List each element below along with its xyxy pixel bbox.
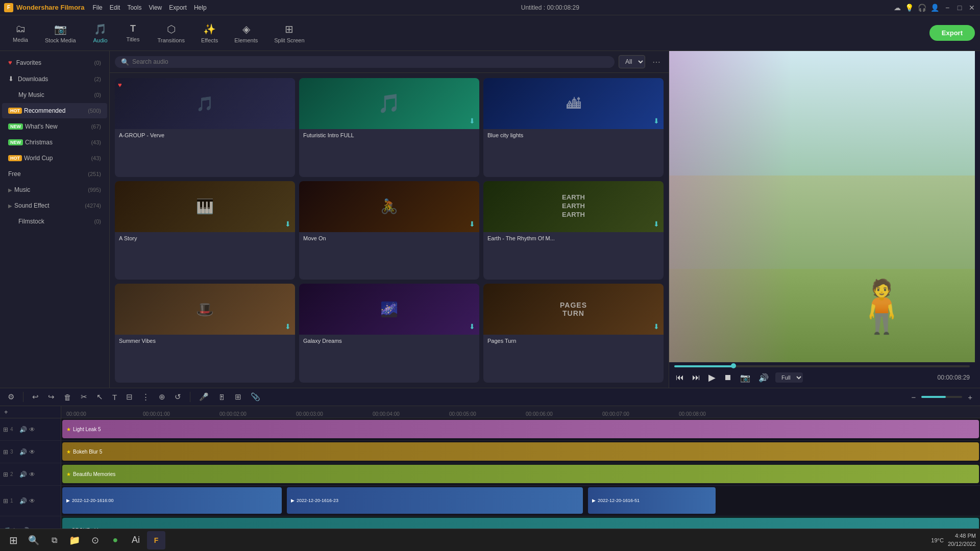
track-vol-icon-2[interactable]: 🔊: [19, 471, 27, 478]
task-view-button[interactable]: ⧉: [45, 531, 63, 549]
track-lock-icon-4[interactable]: ⊞: [3, 426, 8, 433]
tool-effects[interactable]: ✨ Effects: [194, 20, 225, 46]
search-taskbar-button[interactable]: 🔍: [24, 531, 43, 549]
step-back-button[interactable]: ⏭: [691, 371, 702, 384]
preview-progress-bar[interactable]: [674, 365, 970, 367]
filter-select[interactable]: All: [619, 55, 645, 68]
snapshot-icon[interactable]: 📷: [739, 371, 752, 384]
sidebar-item-whats-new[interactable]: NEW What's New (67): [2, 119, 107, 134]
volume-icon[interactable]: 🔊: [757, 371, 770, 384]
sidebar-item-music[interactable]: ▶ Music (995): [2, 182, 107, 197]
track-vol-icon-3[interactable]: 🔊: [19, 448, 27, 456]
tool-audio[interactable]: 🎵 Audio: [85, 20, 116, 46]
tl-redo-btn[interactable]: ↪: [45, 391, 57, 403]
sidebar-item-filmstock[interactable]: Filmstock (0): [2, 214, 107, 229]
account-icon[interactable]: 👤: [930, 4, 939, 12]
tl-track-btn[interactable]: ⊞: [232, 391, 244, 403]
sidebar-item-favorites[interactable]: ♥ Favorites (0): [2, 55, 107, 70]
tool-elements[interactable]: ◈ Elements: [227, 20, 265, 46]
audio-card-a-story[interactable]: 🎹 ⬇ A Story: [115, 181, 295, 280]
track-lock-icon-1v[interactable]: ⊞: [3, 497, 8, 505]
track-eye-icon-4[interactable]: 👁: [29, 426, 35, 433]
start-button[interactable]: ⊞: [4, 531, 22, 549]
filmora-taskbar-icon[interactable]: F: [147, 531, 165, 549]
tl-text-btn[interactable]: T: [110, 391, 119, 403]
tl-snap-btn[interactable]: 📎: [248, 391, 263, 403]
minimize-btn[interactable]: −: [943, 4, 951, 12]
track-eye-icon-2[interactable]: 👁: [29, 471, 35, 478]
menu-tools[interactable]: Tools: [127, 4, 141, 11]
file-explorer-icon[interactable]: 📁: [65, 531, 84, 549]
quality-select[interactable]: Full 1/2 1/4: [775, 372, 803, 383]
right-panel-scrollbar[interactable]: [975, 51, 980, 388]
menu-view[interactable]: View: [149, 4, 162, 11]
audio-card-futuristic[interactable]: 🎵 ⬇ Futuristic Intro FULL: [299, 78, 479, 177]
tl-mic-btn[interactable]: 🎤: [197, 391, 211, 403]
cloud-icon[interactable]: ☁: [894, 4, 901, 12]
video-clip-3[interactable]: ▶ 2022-12-20-1616-51: [588, 487, 716, 514]
audio-card-move-on[interactable]: 🚴 ⬇ Move On: [299, 181, 479, 280]
audio-card-blue-city[interactable]: 🏙 ⬇ Blue city lights: [483, 78, 664, 177]
browser-opera-icon[interactable]: ⊙: [86, 531, 104, 549]
tl-adjust-btn[interactable]: ⊟: [124, 391, 135, 403]
video-clip-2[interactable]: ▶ 2022-12-20-1616-23: [287, 487, 583, 514]
tl-crop-btn[interactable]: ⊕: [156, 391, 168, 403]
zoom-out-btn[interactable]: −: [909, 391, 918, 403]
headphone-icon[interactable]: 🎧: [918, 4, 926, 12]
chrome-icon[interactable]: ●: [106, 531, 125, 549]
clip-beautiful-memories[interactable]: ★ Beautifu Memories: [62, 465, 979, 483]
stop-button[interactable]: ⏹: [722, 371, 733, 384]
rewind-button[interactable]: ⏮: [674, 371, 685, 384]
tl-rotate-btn[interactable]: ↺: [172, 391, 184, 403]
tl-split-btn[interactable]: ⋮: [139, 391, 152, 403]
play-button[interactable]: ▶: [707, 370, 717, 385]
track-lock-icon-2[interactable]: ⊞: [3, 471, 8, 478]
tl-eq-btn[interactable]: 🎚: [215, 391, 228, 403]
maximize-btn[interactable]: □: [955, 4, 964, 12]
tl-settings-btn[interactable]: ⚙: [5, 391, 17, 403]
close-btn[interactable]: ✕: [968, 4, 976, 12]
tl-delete-btn[interactable]: 🗑: [61, 391, 74, 403]
tool-media[interactable]: 🗂 Media: [5, 20, 36, 46]
sidebar-item-recommended[interactable]: HOT Recommended (500): [2, 103, 107, 118]
sidebar-item-my-music[interactable]: My Music (0): [2, 87, 107, 103]
tl-undo-btn[interactable]: ↩: [30, 391, 41, 403]
track-vol-icon-1v[interactable]: 🔊: [19, 497, 27, 505]
audio-card-galaxy[interactable]: 🌌 ⬇ Galaxy Dreams: [299, 284, 479, 383]
clip-bokeh-blur[interactable]: ★ Bokeh Blur 5: [62, 442, 979, 461]
menu-export[interactable]: Export: [169, 4, 187, 11]
adobe-icon[interactable]: Ai: [127, 531, 145, 549]
track-lock-icon-3[interactable]: ⊞: [3, 448, 8, 456]
track-eye-icon-1v[interactable]: 👁: [29, 497, 35, 505]
search-input-wrap[interactable]: 🔍: [115, 56, 615, 68]
menu-edit[interactable]: Edit: [110, 4, 120, 11]
tool-transitions[interactable]: ⬡ Transitions: [151, 20, 192, 46]
bulb-icon[interactable]: 💡: [905, 4, 914, 12]
audio-card-hat[interactable]: 🎩 ⬇ Summer Vibes: [115, 284, 295, 383]
tool-titles[interactable]: T Titles: [118, 20, 149, 45]
tl-cut-btn[interactable]: ✂: [78, 391, 90, 403]
sidebar-item-free[interactable]: Free (251): [2, 166, 107, 182]
tl-cursor-btn[interactable]: ↖: [94, 391, 106, 403]
sidebar-item-world-cup[interactable]: HOT World Cup (43): [2, 151, 107, 166]
menu-file[interactable]: File: [92, 4, 102, 11]
zoom-in-btn[interactable]: +: [965, 391, 975, 403]
sidebar-item-downloads[interactable]: ⬇ Downloads (2): [2, 71, 107, 87]
add-track-icon[interactable]: +: [4, 408, 8, 416]
track-eye-icon-3[interactable]: 👁: [29, 448, 35, 456]
menu-help[interactable]: Help: [194, 4, 207, 11]
sidebar-item-christmas[interactable]: NEW Christmas (43): [2, 135, 107, 150]
zoom-slider[interactable]: [921, 396, 962, 398]
video-clip-1[interactable]: ▶ 2022-12-20-1616:00: [62, 487, 282, 514]
audio-card-pages[interactable]: PAGESTURN ⬇ Pages Turn: [483, 284, 664, 383]
track-vol-icon-4[interactable]: 🔊: [19, 426, 27, 433]
audio-card-earth[interactable]: EARTHEARTHEARTH ⬇ Earth - The Rhythm Of …: [483, 181, 664, 280]
audio-card-agroup[interactable]: 🎵 ♥ A-GROUP - Verve: [115, 78, 295, 177]
search-input[interactable]: [132, 58, 608, 65]
tool-split-screen[interactable]: ⊞ Split Screen: [267, 20, 311, 46]
sidebar-item-sound-effect[interactable]: ▶ Sound Effect (4274): [2, 198, 107, 213]
clip-light-leak[interactable]: ★ Light Leak 5: [62, 420, 979, 438]
tool-stock-media[interactable]: 📷 Stock Media: [38, 20, 83, 46]
export-button[interactable]: Export: [929, 25, 975, 41]
grid-view-button[interactable]: ⋯: [649, 56, 664, 68]
